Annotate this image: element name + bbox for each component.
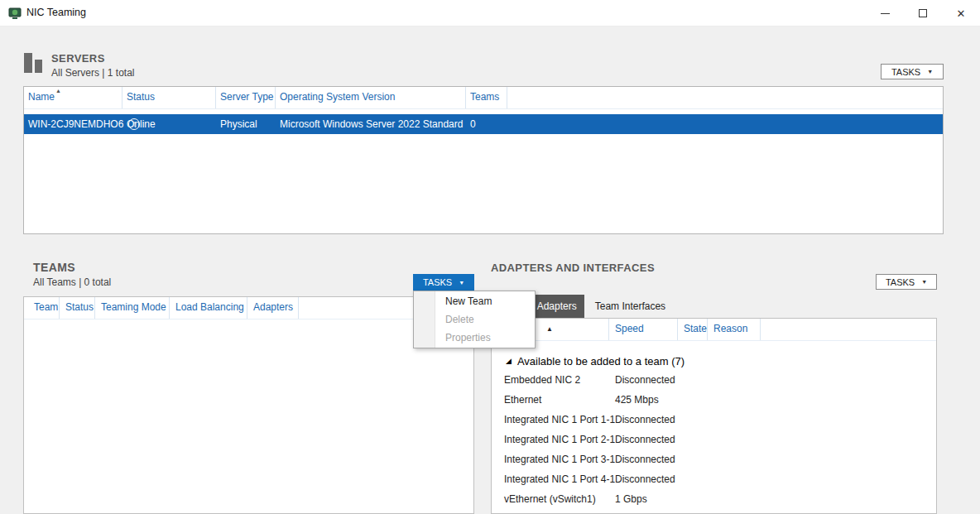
adapter-row[interactable]: vEthernet (vSwitch1) 1 Gbps: [492, 489, 936, 509]
adapter-name: Integrated NIC 1 Port 1-1: [492, 414, 609, 425]
maximize-icon: [919, 9, 927, 17]
adapter-name: vEthernet (vSwitch1): [492, 493, 609, 505]
servers-table-header: Name ▲ Status Server Type Operating Syst…: [24, 87, 943, 109]
column-header-load-balancing[interactable]: Load Balancing: [170, 297, 247, 319]
column-header-filler: [507, 87, 943, 108]
minimize-button[interactable]: [866, 0, 904, 26]
teams-heading: TEAMS: [33, 261, 75, 274]
teams-table: Team Status Teaming Mode Load Balancing …: [23, 296, 474, 514]
server-status: Online: [122, 118, 216, 130]
teams-tasks-button[interactable]: TASKS ▼: [413, 274, 474, 291]
teams-tasks-label: TASKS: [423, 277, 452, 287]
adapters-tabs: Network Adapters Team Interfaces: [491, 295, 937, 318]
servers-table: Name ▲ Status Server Type Operating Syst…: [23, 86, 944, 234]
group-expanded-icon: ◢: [506, 357, 512, 365]
adapter-name: Integrated NIC 1 Port 2-1: [492, 434, 609, 445]
app-icon: [8, 7, 22, 20]
close-icon: ✕: [957, 8, 966, 19]
title-bar: NIC Teaming ✕: [0, 0, 980, 26]
adapter-row[interactable]: Embedded NIC 2 Disconnected: [492, 370, 936, 390]
adapter-name: Integrated NIC 1 Port 4-1: [492, 473, 609, 485]
servers-heading: SERVERS: [51, 52, 105, 65]
adapter-rows: Embedded NIC 2 Disconnected Ethernet 425…: [492, 370, 936, 509]
adapter-speed: 425 Mbps: [609, 394, 936, 406]
adapter-name: Embedded NIC 2: [492, 374, 609, 386]
column-header-name[interactable]: Name ▲: [24, 87, 122, 108]
adapter-row[interactable]: Integrated NIC 1 Port 4-1 Disconnected: [492, 469, 936, 489]
chevron-down-icon: ▼: [927, 69, 933, 74]
column-header-team[interactable]: Team: [24, 297, 60, 319]
sort-ascending-icon: ▲: [546, 325, 553, 333]
column-header-teams[interactable]: Teams: [466, 87, 507, 108]
adapters-tasks-label: TASKS: [886, 277, 915, 287]
server-teams-count: 0: [466, 118, 507, 130]
column-header-teaming-mode[interactable]: Teaming Mode: [95, 297, 170, 319]
servers-tile-icon: [23, 52, 45, 74]
adapters-table-header: ▲ Speed State Reason: [492, 319, 936, 341]
column-header-status[interactable]: Status: [122, 87, 216, 108]
sort-ascending-icon: ▲: [55, 88, 61, 94]
window-controls: ✕: [866, 0, 980, 26]
chevron-down-icon: ▼: [921, 279, 927, 285]
adapters-heading: ADAPTERS AND INTERFACES: [491, 262, 655, 274]
menu-item-properties: Properties: [414, 329, 535, 347]
adapter-speed: Disconnected: [609, 473, 936, 485]
adapter-name: Ethernet: [492, 394, 609, 406]
window-title: NIC Teaming: [26, 7, 86, 18]
adapter-name: Integrated NIC 1 Port 3-1: [492, 454, 609, 465]
server-name: WIN-2CJ9NEMDHO6: [28, 118, 123, 130]
servers-tasks-button[interactable]: TASKS ▼: [881, 64, 944, 79]
adapter-group-header[interactable]: ◢ Available to be added to a team (7): [492, 352, 936, 370]
menu-item-new-team[interactable]: New Team: [414, 292, 535, 310]
column-header-state[interactable]: State: [678, 319, 708, 340]
teams-subheading: All Teams | 0 total: [33, 276, 111, 288]
adapter-speed: Disconnected: [609, 414, 936, 425]
column-header-server-type[interactable]: Server Type: [216, 87, 276, 108]
minimize-icon: [881, 13, 890, 14]
tab-team-interfaces[interactable]: Team Interfaces: [588, 295, 673, 318]
column-header-adapters[interactable]: Adapters: [247, 297, 299, 319]
nic-teaming-window: NIC Teaming ✕ SERVERS All Servers | 1 to…: [0, 0, 980, 514]
adapter-speed: Disconnected: [609, 454, 936, 465]
chevron-down-icon: ▼: [459, 280, 464, 286]
adapters-panel: ▲ Speed State Reason ◢ Available to be a…: [491, 318, 937, 514]
column-header-os-version[interactable]: Operating System Version: [276, 87, 466, 108]
close-button[interactable]: ✕: [942, 0, 980, 26]
adapter-speed: 1 Gbps: [609, 493, 936, 505]
servers-tasks-label: TASKS: [891, 67, 920, 77]
teams-table-header: Team Status Teaming Mode Load Balancing …: [24, 297, 473, 319]
server-type: Physical: [216, 118, 276, 130]
column-header-speed[interactable]: Speed: [609, 319, 678, 340]
adapter-speed: Disconnected: [609, 434, 936, 445]
group-label: Available to be added to a team (7): [517, 355, 685, 367]
column-header-reason[interactable]: Reason: [708, 319, 761, 340]
adapter-row[interactable]: Integrated NIC 1 Port 3-1 Disconnected: [492, 449, 936, 469]
menu-item-delete: Delete: [414, 310, 535, 329]
adapter-row[interactable]: Integrated NIC 1 Port 1-1 Disconnected: [492, 410, 936, 430]
column-header-team-status[interactable]: Status: [60, 297, 95, 319]
server-row-selected[interactable]: WIN-2CJ9NEMDHO6 ↑ Online Physical Micros…: [24, 114, 943, 134]
column-header-filler: [761, 319, 936, 340]
servers-subheading: All Servers | 1 total: [51, 67, 135, 79]
maximize-button[interactable]: [904, 0, 942, 26]
adapter-row[interactable]: Ethernet 425 Mbps: [492, 390, 936, 410]
adapter-speed: Disconnected: [609, 374, 936, 386]
server-os-version: Microsoft Windows Server 2022 Standard: [276, 118, 466, 130]
adapters-tasks-button[interactable]: TASKS ▼: [876, 274, 937, 290]
adapter-row[interactable]: Integrated NIC 1 Port 2-1 Disconnected: [492, 430, 936, 449]
teams-tasks-menu: New Team Delete Properties: [413, 291, 536, 348]
